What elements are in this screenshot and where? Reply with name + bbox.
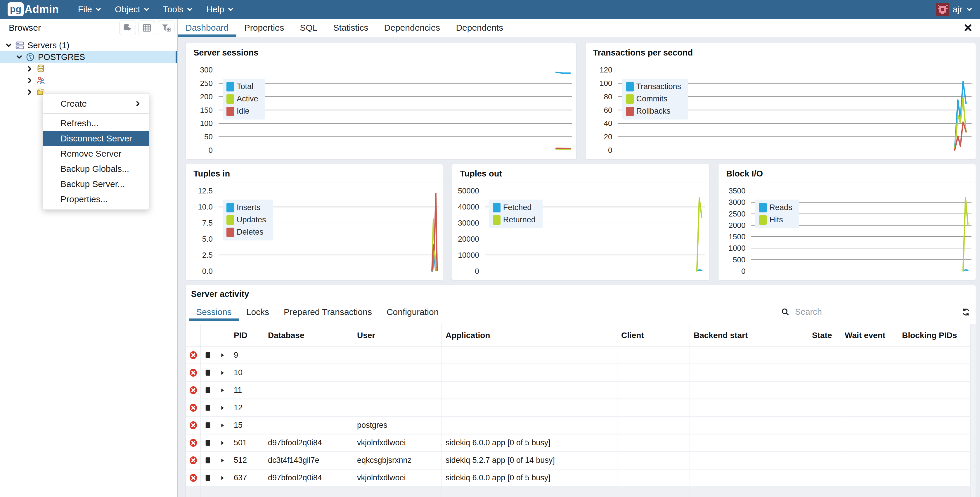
chevron-down-icon[interactable]	[16, 54, 22, 61]
context-menu-item-remove-server[interactable]: Remove Server	[43, 146, 149, 161]
filtered-rows-button[interactable]	[158, 20, 175, 35]
activity-tab-prepared-transactions[interactable]: Prepared Transactions	[277, 303, 379, 321]
context-menu-item-backup-globals[interactable]: Backup Globals...	[43, 161, 149, 177]
cell-application	[442, 364, 617, 381]
menu-item-label: Remove Server	[60, 149, 121, 159]
tab-statistics[interactable]: Statistics	[326, 19, 376, 37]
view-data-button[interactable]	[138, 20, 155, 35]
context-menu-item-refresh[interactable]: Refresh...	[43, 116, 149, 131]
chart-title: Tuples in	[186, 164, 443, 183]
cancel-query-button[interactable]	[201, 452, 215, 469]
expand-row-button[interactable]	[215, 452, 230, 469]
cancel-query-button[interactable]	[201, 470, 215, 486]
tree-item-servers[interactable]: Servers (1)	[0, 40, 177, 51]
table-scrollbar[interactable]	[970, 324, 975, 497]
user-menu[interactable]: ajr	[936, 3, 972, 16]
tab-label: Statistics	[333, 23, 368, 33]
legend-item: Hits	[759, 215, 792, 225]
search-icon	[781, 307, 790, 317]
tab-dashboard[interactable]: Dashboard	[178, 19, 236, 37]
query-tool-button[interactable]	[119, 20, 136, 35]
expand-row-button[interactable]	[215, 400, 230, 416]
header-cell-client[interactable]: Client	[617, 324, 690, 347]
activity-tab-sessions[interactable]: Sessions	[189, 303, 239, 321]
terminate-session-button[interactable]	[186, 470, 201, 486]
terminate-session-button[interactable]	[186, 417, 201, 433]
y-tick-label: 40	[604, 119, 612, 128]
tab-dependents[interactable]: Dependents	[448, 19, 511, 37]
context-menu-item-disconnect-server[interactable]: Disconnect Server	[43, 131, 149, 146]
expand-row-button[interactable]	[215, 417, 230, 433]
terminate-session-button[interactable]	[186, 435, 201, 451]
menu-tools[interactable]: Tools	[156, 0, 200, 19]
header-cell-wait-event[interactable]: Wait event	[841, 324, 898, 347]
close-panel-button[interactable]	[956, 19, 980, 37]
refresh-button[interactable]	[956, 303, 975, 321]
terminate-session-button[interactable]	[186, 452, 201, 469]
context-menu-item-backup-server[interactable]: Backup Server...	[43, 177, 149, 192]
cancel-query-icon	[204, 421, 212, 430]
expand-row-button[interactable]	[215, 435, 230, 451]
chart-grid	[218, 65, 572, 155]
menu-item-label: Properties...	[60, 194, 108, 204]
chevron-right-icon[interactable]	[26, 89, 33, 96]
cell-user: vkjolnfxdlwoei	[353, 470, 442, 486]
chevron-down-icon[interactable]	[5, 42, 12, 49]
menu-help[interactable]: Help	[200, 0, 240, 19]
session-row: 12	[186, 400, 970, 417]
cancel-query-button[interactable]	[201, 382, 215, 398]
context-menu-item-properties[interactable]: Properties...	[43, 192, 149, 207]
tab-dependencies[interactable]: Dependencies	[376, 19, 448, 37]
cancel-query-button[interactable]	[201, 435, 215, 451]
legend-item: Active	[226, 94, 258, 104]
cell-application	[442, 382, 617, 398]
y-tick-label: 3000	[729, 198, 746, 207]
main-tab-bar: DashboardPropertiesSQLStatisticsDependen…	[178, 19, 980, 37]
menu-file[interactable]: File	[71, 0, 108, 19]
expand-row-button[interactable]	[215, 347, 230, 363]
menu-object[interactable]: Object	[108, 0, 156, 19]
cancel-query-button[interactable]	[201, 347, 215, 363]
pgadmin-logo[interactable]: pg Admin	[8, 2, 59, 16]
header-cell-application[interactable]: Application	[442, 324, 617, 347]
cancel-query-button[interactable]	[201, 400, 215, 416]
tree-item-databases[interactable]	[0, 63, 177, 75]
header-cell-database[interactable]: Database	[264, 324, 353, 347]
chevron-right-icon[interactable]	[26, 65, 33, 72]
terminate-session-button[interactable]	[186, 364, 201, 381]
server-activity-panel: Server activity SessionsLocksPrepared Tr…	[186, 285, 976, 497]
chart-plot-area: 020406080100120TransactionsCommitsRollba…	[585, 62, 976, 159]
header-cell-blocking-pids[interactable]: Blocking PIDs	[898, 324, 970, 347]
terminate-session-button[interactable]	[186, 400, 201, 416]
header-cell-user[interactable]: User	[353, 324, 442, 347]
session-search	[774, 303, 956, 321]
cell-empty	[264, 487, 353, 497]
menu-label: File	[78, 5, 92, 14]
tree-item-postgres[interactable]: POSTGRES	[0, 51, 177, 63]
context-menu-item-create[interactable]: Create	[43, 96, 149, 112]
tab-sql[interactable]: SQL	[292, 19, 326, 37]
cell-state	[808, 470, 841, 486]
header-cell-backend-start[interactable]: Backend start	[690, 324, 808, 347]
cancel-query-button[interactable]	[201, 364, 215, 381]
legend-item: Inserts	[226, 203, 266, 212]
header-cell-state[interactable]: State	[808, 324, 841, 347]
server-activity-title: Server activity	[186, 285, 975, 303]
cell-empty	[215, 487, 230, 497]
expand-row-button[interactable]	[215, 364, 230, 381]
search-input[interactable]	[795, 307, 949, 317]
header-cell-pid[interactable]: PID	[230, 324, 264, 347]
cancel-query-button[interactable]	[201, 417, 215, 433]
activity-tab-configuration[interactable]: Configuration	[379, 303, 446, 321]
terminate-session-button[interactable]	[186, 382, 201, 398]
y-axis-labels: 020406080100120	[585, 65, 615, 155]
chevron-right-icon[interactable]	[26, 77, 33, 84]
expand-row-button[interactable]	[215, 470, 230, 486]
terminate-session-button[interactable]	[186, 347, 201, 363]
tree-item-login-group-roles[interactable]	[0, 75, 177, 86]
expand-row-button[interactable]	[215, 382, 230, 398]
activity-tab-locks[interactable]: Locks	[239, 303, 277, 321]
tab-properties[interactable]: Properties	[236, 19, 292, 37]
header-cell-actions	[186, 324, 201, 347]
cell-wait-event	[841, 347, 898, 363]
